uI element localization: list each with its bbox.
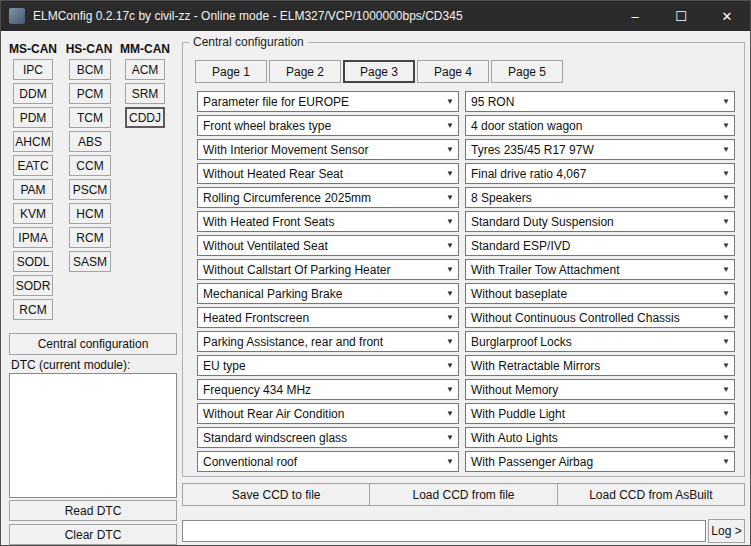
config-combobox[interactable]: Without Continuous Controlled Chassis ▼: [465, 307, 735, 328]
config-combobox[interactable]: With Retractable Mirrors ▼: [465, 355, 735, 376]
config-combobox[interactable]: Mechanical Parking Brake ▼: [197, 283, 459, 304]
ccd-button[interactable]: Save CCD to file: [182, 483, 370, 506]
ms-can-header: MS-CAN: [9, 42, 57, 56]
module-button[interactable]: HCM: [69, 203, 111, 224]
config-combobox[interactable]: 95 RON ▼: [465, 91, 735, 112]
close-button[interactable]: ✕: [704, 1, 750, 31]
combobox-value: Without Rear Air Condition: [203, 407, 344, 421]
combobox-value: Final drive ratio 4,067: [471, 167, 586, 181]
combobox-value: Without Continuous Controlled Chassis: [471, 311, 680, 325]
config-combobox[interactable]: Parameter file for EUROPE ▼: [197, 91, 459, 112]
module-button[interactable]: RCM: [13, 299, 53, 320]
module-button[interactable]: PDM: [13, 107, 53, 128]
minimize-icon: –: [631, 9, 638, 24]
chevron-down-icon: ▼: [446, 362, 454, 370]
chevron-down-icon: ▼: [722, 314, 730, 322]
module-button[interactable]: KVM: [13, 203, 53, 224]
combobox-value: Without Memory: [471, 383, 558, 397]
config-combobox[interactable]: Without Memory ▼: [465, 379, 735, 400]
page-tab[interactable]: Page 4: [417, 60, 489, 83]
app-icon: [9, 8, 25, 24]
chevron-down-icon: ▼: [722, 122, 730, 130]
chevron-down-icon: ▼: [446, 146, 454, 154]
module-button[interactable]: SRM: [125, 83, 165, 104]
config-combobox[interactable]: Rolling Circumference 2025mm ▼: [197, 187, 459, 208]
module-button[interactable]: RCM: [69, 227, 111, 248]
maximize-icon: ☐: [675, 9, 687, 24]
page-tab[interactable]: Page 2: [269, 60, 341, 83]
module-button[interactable]: SASM: [69, 251, 111, 272]
module-button[interactable]: IPMA: [13, 227, 53, 248]
minimize-button[interactable]: –: [612, 1, 658, 31]
config-combobox[interactable]: Standard Duty Suspension ▼: [465, 211, 735, 232]
module-button[interactable]: CCM: [69, 155, 111, 176]
config-combobox[interactable]: Front wheel brakes type ▼: [197, 115, 459, 136]
chevron-down-icon: ▼: [446, 434, 454, 442]
app-window: ELMConfig 0.2.17c by civil-zz - Online m…: [0, 0, 751, 546]
config-combobox[interactable]: With Auto Lights ▼: [465, 427, 735, 448]
config-combobox[interactable]: With Heated Front Seats ▼: [197, 211, 459, 232]
combobox-value: Standard windscreen glass: [203, 431, 347, 445]
config-column-right: 95 RON ▼ 4 door station wagon ▼ Tyres 23…: [465, 91, 735, 475]
module-button[interactable]: CDDJ: [125, 107, 165, 128]
config-combobox[interactable]: Tyres 235/45 R17 97W ▼: [465, 139, 735, 160]
combobox-value: With Passenger Airbag: [471, 455, 593, 469]
log-button[interactable]: Log >: [708, 519, 745, 543]
config-combobox[interactable]: 8 Speakers ▼: [465, 187, 735, 208]
module-button[interactable]: SODL: [13, 251, 53, 272]
config-combobox[interactable]: Burglarproof Locks ▼: [465, 331, 735, 352]
dtc-label: DTC (current module):: [11, 358, 130, 372]
module-button[interactable]: PCM: [69, 83, 111, 104]
config-combobox[interactable]: 4 door station wagon ▼: [465, 115, 735, 136]
config-combobox[interactable]: Parking Assistance, rear and front ▼: [197, 331, 459, 352]
module-button[interactable]: ABS: [69, 131, 111, 152]
read-dtc-button[interactable]: Read DTC: [9, 500, 177, 521]
module-button[interactable]: ACM: [125, 59, 165, 80]
module-button[interactable]: SODR: [13, 275, 53, 296]
module-button[interactable]: IPC: [13, 59, 53, 80]
module-button[interactable]: DDM: [13, 83, 53, 104]
module-button[interactable]: BCM: [69, 59, 111, 80]
log-input[interactable]: [182, 520, 706, 542]
config-combobox[interactable]: With Puddle Light ▼: [465, 403, 735, 424]
page-tab[interactable]: Page 3: [343, 60, 415, 83]
config-combobox[interactable]: Frequency 434 MHz ▼: [197, 379, 459, 400]
combobox-value: With Trailer Tow Attachment: [471, 263, 620, 277]
module-button[interactable]: EATC: [13, 155, 53, 176]
config-combobox[interactable]: Without Rear Air Condition ▼: [197, 403, 459, 424]
chevron-down-icon: ▼: [446, 194, 454, 202]
config-combobox[interactable]: Standard ESP/IVD ▼: [465, 235, 735, 256]
module-button[interactable]: PAM: [13, 179, 53, 200]
config-combobox[interactable]: Without Ventilated Seat ▼: [197, 235, 459, 256]
chevron-down-icon: ▼: [722, 170, 730, 178]
config-combobox[interactable]: Without baseplate ▼: [465, 283, 735, 304]
chevron-down-icon: ▼: [446, 242, 454, 250]
config-combobox[interactable]: With Trailer Tow Attachment ▼: [465, 259, 735, 280]
ccd-buttons-row: Save CCD to fileLoad CCD from fileLoad C…: [182, 483, 745, 506]
config-combobox[interactable]: Standard windscreen glass ▼: [197, 427, 459, 448]
chevron-down-icon: ▼: [446, 290, 454, 298]
config-combobox[interactable]: With Passenger Airbag ▼: [465, 451, 735, 472]
chevron-down-icon: ▼: [722, 362, 730, 370]
config-combobox[interactable]: With Interior Movement Sensor ▼: [197, 139, 459, 160]
config-combobox[interactable]: Without Heated Rear Seat ▼: [197, 163, 459, 184]
module-button[interactable]: AHCM: [13, 131, 53, 152]
config-combobox[interactable]: EU type ▼: [197, 355, 459, 376]
combobox-value: Without Callstart Of Parking Heater: [203, 263, 390, 277]
module-button[interactable]: PSCM: [69, 179, 111, 200]
config-combobox[interactable]: Conventional roof ▼: [197, 451, 459, 472]
ccd-button[interactable]: Load CCD from AsBuilt: [557, 483, 745, 506]
clear-dtc-button[interactable]: Clear DTC: [9, 524, 177, 545]
page-tab[interactable]: Page 1: [195, 60, 267, 83]
config-combobox[interactable]: Without Callstart Of Parking Heater ▼: [197, 259, 459, 280]
page-tab[interactable]: Page 5: [491, 60, 563, 83]
dtc-listbox[interactable]: [9, 373, 177, 498]
config-combobox[interactable]: Final drive ratio 4,067 ▼: [465, 163, 735, 184]
module-button[interactable]: TCM: [69, 107, 111, 128]
chevron-down-icon: ▼: [722, 266, 730, 274]
maximize-button[interactable]: ☐: [658, 1, 704, 31]
ccd-button[interactable]: Load CCD from file: [369, 483, 557, 506]
central-configuration-button[interactable]: Central configuration: [9, 333, 177, 355]
mm-can-column: ACMSRMCDDJ: [125, 59, 165, 131]
config-combobox[interactable]: Heated Frontscreen ▼: [197, 307, 459, 328]
